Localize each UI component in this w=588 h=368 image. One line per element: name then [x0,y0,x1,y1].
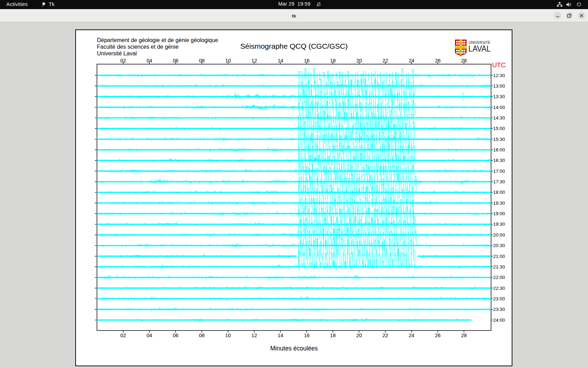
svg-text:13:00: 13:00 [493,83,505,89]
svg-text:14: 14 [278,58,283,63]
svg-text:20: 20 [356,58,362,63]
svg-text:22:00: 22:00 [493,275,505,280]
svg-text:20:30: 20:30 [493,243,505,248]
svg-text:24: 24 [409,333,414,338]
svg-text:28: 28 [461,333,467,338]
svg-text:19:00: 19:00 [493,211,505,216]
svg-text:21:00: 21:00 [493,254,505,259]
svg-text:Minutes écoulées: Minutes écoulées [270,345,318,352]
svg-text:24:00: 24:00 [493,318,505,323]
svg-text:UTC: UTC [492,61,506,69]
svg-text:18:00: 18:00 [493,190,505,195]
svg-text:22:30: 22:30 [493,286,505,291]
svg-text:12:30: 12:30 [493,73,505,78]
svg-text:10: 10 [225,333,231,338]
svg-text:23:30: 23:30 [493,307,505,312]
svg-text:18:30: 18:30 [493,200,505,206]
svg-text:08: 08 [199,58,205,63]
svg-text:12: 12 [251,333,257,338]
svg-text:13:30: 13:30 [493,94,505,99]
svg-text:24: 24 [409,58,414,63]
svg-text:16:30: 16:30 [493,158,505,163]
svg-text:18: 18 [330,333,336,338]
svg-text:18: 18 [330,58,336,63]
svg-text:08: 08 [199,333,205,338]
svg-text:16:00: 16:00 [493,147,505,152]
svg-text:14:30: 14:30 [493,115,505,121]
svg-text:17:00: 17:00 [493,169,505,174]
svg-text:22: 22 [383,58,388,63]
svg-text:12: 12 [251,58,257,63]
svg-text:02: 02 [120,58,126,63]
svg-text:15:30: 15:30 [493,137,505,142]
svg-text:06: 06 [173,333,178,338]
svg-text:20:00: 20:00 [493,232,505,238]
svg-text:16: 16 [304,333,309,338]
svg-text:17:30: 17:30 [493,179,505,184]
svg-text:22: 22 [383,333,388,338]
svg-text:20: 20 [356,333,362,338]
svg-text:21:30: 21:30 [493,264,505,270]
svg-text:15:00: 15:00 [493,126,505,131]
svg-text:14:00: 14:00 [493,105,505,110]
svg-text:26: 26 [435,58,441,63]
svg-text:14: 14 [278,333,283,338]
svg-text:16: 16 [304,58,309,63]
svg-text:10: 10 [225,58,231,63]
svg-text:28: 28 [461,58,467,63]
svg-text:19:30: 19:30 [493,222,505,227]
svg-text:02: 02 [120,333,126,338]
svg-text:LAVAL: LAVAL [468,44,491,53]
svg-text:04: 04 [147,333,152,338]
svg-text:26: 26 [435,333,441,338]
svg-text:04: 04 [147,58,152,63]
svg-text:06: 06 [173,58,178,63]
svg-text:23:00: 23:00 [493,296,505,301]
